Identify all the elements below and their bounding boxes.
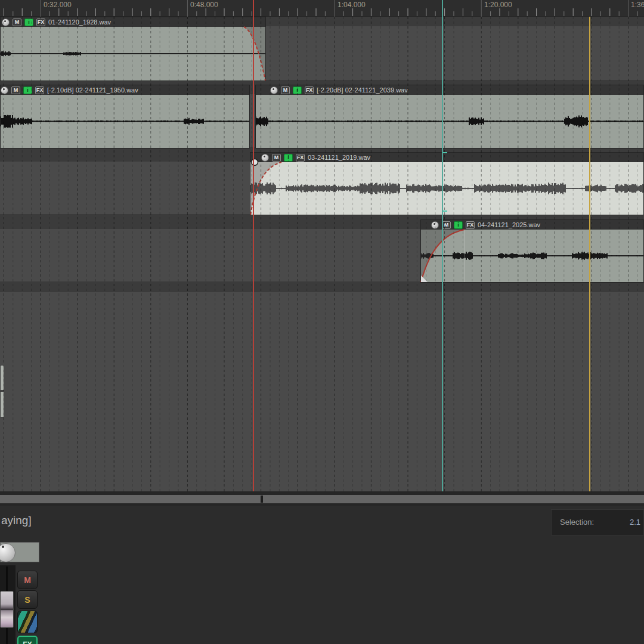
ruler-ticks: [0, 0, 644, 17]
mixer-routing-button[interactable]: [17, 611, 38, 633]
ruler-time-label: 1:20.000: [484, 1, 512, 9]
ruler-time-label: 1:36: [631, 1, 644, 9]
mixer-fx-button[interactable]: FX: [17, 636, 38, 644]
reaper-main-window: 0:32.000 0:48.000 1:04.000 1:20.000 1:36…: [0, 0, 644, 644]
edit-cursor-tick: [442, 210, 447, 212]
volume-fader[interactable]: [0, 591, 14, 628]
mixer-solo-button[interactable]: S: [17, 590, 38, 609]
edit-cursor-tick: [442, 152, 447, 153]
scrollbar-cursor-tick: [261, 496, 263, 503]
arrange-view[interactable]: M i FX 01-241120_1928.wav M i FX [-2.10d…: [0, 17, 644, 491]
bottom-panel: aying] Selection: 2.1 M S FX: [0, 506, 644, 644]
marker-line: [589, 17, 590, 491]
playhead-line: [253, 0, 254, 491]
selection-value: 2.1: [630, 518, 640, 527]
grid-overlay: [0, 17, 644, 491]
mixer-mute-button[interactable]: M: [17, 571, 38, 589]
ruler-time-label: 1:04.000: [338, 1, 366, 9]
edit-cursor-line: [442, 0, 443, 491]
timeline-ruler[interactable]: 0:32.000 0:48.000 1:04.000 1:20.000 1:36: [0, 0, 644, 17]
selection-box[interactable]: Selection: 2.1: [551, 509, 644, 535]
ruler-time-label: 0:32.000: [44, 1, 72, 9]
selection-label: Selection:: [560, 518, 594, 527]
scrollbar-thumb[interactable]: [0, 495, 644, 503]
ruler-time-label: 0:48.000: [190, 1, 218, 9]
horizontal-scrollbar[interactable]: [0, 491, 644, 506]
play-state-text: aying]: [1, 514, 32, 527]
